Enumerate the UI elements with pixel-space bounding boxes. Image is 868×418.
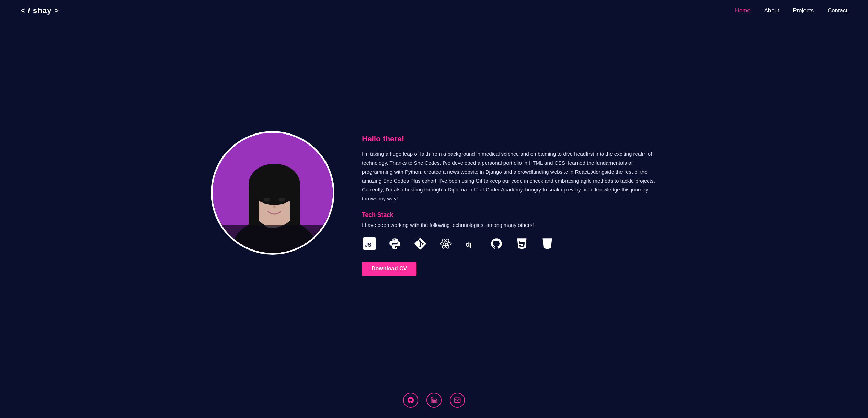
- svg-point-9: [273, 205, 276, 208]
- bio-text: I'm taking a huge leap of faith from a b…: [362, 150, 657, 203]
- nav-link-contact[interactable]: Contact: [827, 7, 847, 14]
- python-icon: [387, 236, 402, 251]
- svg-rect-12: [266, 219, 269, 225]
- svg-point-19: [445, 243, 447, 245]
- git-icon: [413, 236, 428, 251]
- svg-rect-25: [455, 398, 460, 402]
- footer-github-link[interactable]: [403, 393, 418, 408]
- nav-link-home[interactable]: Home: [735, 7, 751, 14]
- download-cv-button[interactable]: Download CV: [362, 262, 416, 276]
- svg-rect-16: [213, 225, 333, 253]
- footer-github-icon: [407, 397, 414, 404]
- avatar-container: [211, 131, 334, 255]
- svg-text:dj: dj: [466, 241, 472, 248]
- navbar: < / shay > Home About Projects Contact: [0, 0, 868, 21]
- nav-link-projects[interactable]: Projects: [793, 7, 814, 14]
- svg-text:JS: JS: [365, 242, 372, 248]
- nav-link-about[interactable]: About: [764, 7, 779, 14]
- svg-point-24: [431, 397, 432, 398]
- tech-icons-row: JS: [362, 236, 657, 251]
- svg-rect-15: [277, 218, 280, 225]
- django-icon: dj: [464, 236, 479, 251]
- nav-item-home[interactable]: Home: [735, 7, 751, 14]
- svg-rect-13: [270, 218, 272, 225]
- footer-linkedin-icon: [431, 397, 437, 404]
- svg-rect-14: [273, 218, 276, 225]
- css3-icon: [540, 236, 555, 251]
- content-wrapper: Hello there! I'm taking a huge leap of f…: [211, 131, 657, 276]
- html5-icon: [514, 236, 529, 251]
- avatar: [211, 131, 334, 255]
- site-logo[interactable]: < / shay >: [21, 6, 59, 15]
- svg-point-8: [278, 198, 285, 202]
- greeting: Hello there!: [362, 135, 657, 143]
- nav-item-contact[interactable]: Contact: [827, 7, 847, 14]
- tech-description: I have been working with the following t…: [362, 222, 657, 228]
- tech-stack-title: Tech Stack: [362, 211, 657, 219]
- footer-email-icon: [454, 397, 461, 404]
- footer: [0, 386, 868, 418]
- footer-linkedin-link[interactable]: [426, 393, 442, 408]
- svg-point-7: [263, 198, 270, 202]
- javascript-icon: JS: [362, 236, 377, 251]
- footer-email-link[interactable]: [450, 393, 465, 408]
- text-content: Hello there! I'm taking a huge leap of f…: [362, 131, 657, 276]
- nav-links: Home About Projects Contact: [735, 7, 847, 14]
- github-icon: [489, 236, 504, 251]
- nav-item-projects[interactable]: Projects: [793, 7, 814, 14]
- nav-item-about[interactable]: About: [764, 7, 779, 14]
- react-icon: [438, 236, 453, 251]
- profile-photo: [213, 133, 333, 253]
- main-content: Hello there! I'm taking a huge leap of f…: [0, 21, 868, 386]
